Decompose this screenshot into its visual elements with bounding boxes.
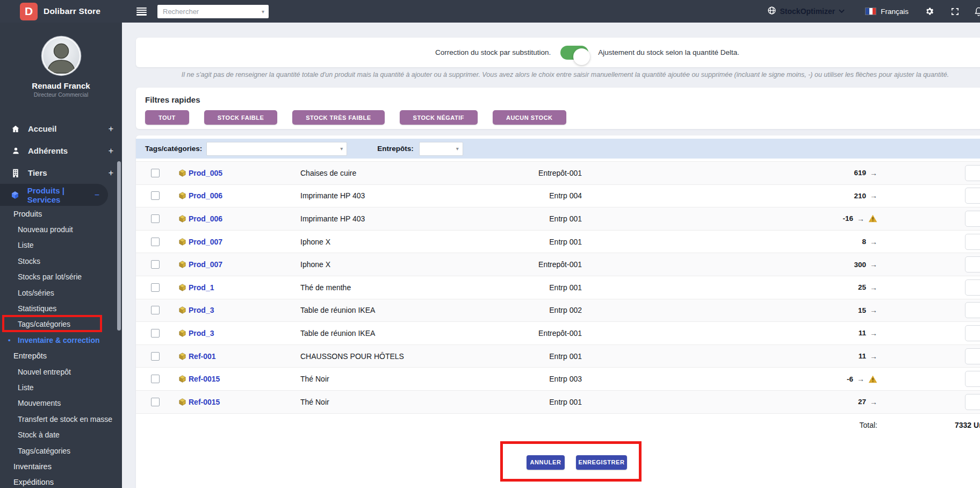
sidebar-item-transfert-de-stock-en-masse[interactable]: Transfert de stock en masse [0, 411, 122, 427]
expand-icon[interactable]: + [109, 168, 113, 178]
sidebar-item-statistiques[interactable]: Statistiques [0, 300, 122, 316]
notifications-button[interactable] [974, 6, 980, 17]
row-checkbox[interactable] [151, 375, 160, 383]
cancel-button[interactable]: ANNULER [527, 455, 565, 470]
sidebar-item-liste[interactable]: Liste [0, 238, 122, 253]
quick-filter-stock-tr-s-faible-button[interactable]: STOCK TRÈS FAIBLE [292, 110, 384, 125]
total-row: Total: 7332 Uni [136, 413, 980, 437]
product-ref-link[interactable]: Ref-0015 [189, 375, 220, 383]
product-ref-link[interactable]: Prod_3 [189, 329, 214, 338]
fullscreen-button[interactable] [950, 7, 960, 16]
qty-input[interactable] [965, 279, 980, 296]
row-checkbox[interactable] [151, 352, 160, 361]
qty-input[interactable] [965, 165, 980, 181]
qty-input[interactable] [965, 256, 980, 272]
sidebar-item-exp-ditions[interactable]: Expéditions [0, 475, 122, 488]
sidebar-item-tiers[interactable]: Tiers+ [0, 162, 122, 184]
sidebar-item-nouvel-entrep-t[interactable]: Nouvel entrepôt [0, 364, 122, 379]
product-ref-link[interactable]: Prod_1 [189, 283, 214, 292]
sidebar-item-accueil[interactable]: Accueil+ [0, 118, 122, 140]
qty-input[interactable] [965, 234, 980, 250]
product-ref-link[interactable]: Ref-0015 [189, 398, 220, 406]
hamburger-menu-icon[interactable] [136, 8, 147, 16]
stock-table-card: Tags/catégories: ▾ Entrepôts: ▾ Prod_005… [136, 135, 980, 488]
row-checkbox[interactable] [151, 398, 160, 406]
quick-filter-stock-faible-button[interactable]: STOCK FAIBLE [204, 110, 277, 125]
sidebar-item-entrep-ts[interactable]: Entrepôts [0, 348, 122, 364]
sidebar-item-lots-s-ries[interactable]: Lots/séries [0, 285, 122, 300]
qty-cell: 210→ [770, 191, 877, 200]
sidebar-item-nouveau-produit[interactable]: Nouveau produit [0, 221, 122, 237]
stock-qty: -16 [842, 214, 853, 223]
product-ref-link[interactable]: Prod_007 [189, 260, 222, 269]
row-checkbox[interactable] [151, 238, 160, 246]
tags-filter-label: Tags/catégories: [145, 145, 202, 153]
toggle-knob[interactable] [573, 48, 590, 65]
row-checkbox[interactable] [151, 191, 160, 200]
sidebar-scrollbar[interactable] [117, 161, 121, 331]
sidebar-item-adh-rents[interactable]: Adhérents+ [0, 140, 122, 162]
expand-icon[interactable]: + [109, 146, 113, 156]
sidebar-item-stocks[interactable]: Stocks [0, 253, 122, 269]
product-ref-link[interactable]: Ref-001 [189, 352, 216, 361]
arrow-right-icon: → [870, 329, 877, 338]
product-description: Chaises de cuire [300, 169, 356, 177]
company-switcher[interactable]: StockOptimizer [767, 6, 845, 17]
product-ref-link[interactable]: Prod_007 [189, 238, 222, 246]
collapse-icon[interactable]: − [95, 190, 99, 200]
sidebar-item-label: Expéditions [13, 478, 54, 486]
product-cube-icon [178, 306, 186, 314]
save-button[interactable]: ENREGISTRER [576, 455, 627, 470]
avatar[interactable] [41, 35, 82, 76]
qty-input[interactable] [965, 188, 980, 204]
product-ref-link[interactable]: Prod_006 [189, 191, 222, 200]
qty-input[interactable] [965, 211, 980, 227]
expand-icon[interactable]: + [109, 124, 113, 134]
settings-button[interactable] [925, 6, 934, 16]
stock-qty: 25 [858, 283, 866, 291]
product-ref-link[interactable]: Prod_005 [189, 169, 222, 177]
row-checkbox[interactable] [151, 169, 160, 177]
sidebar-item-label: Lots/séries [18, 289, 54, 297]
language-selector[interactable]: Français [865, 8, 909, 16]
qty-input[interactable] [965, 325, 980, 341]
row-checkbox[interactable] [151, 329, 160, 338]
warehouse-filter-select[interactable]: ▾ [419, 142, 463, 156]
product-cube-icon [178, 352, 186, 360]
stock-mode-toggle[interactable] [560, 46, 588, 60]
product-ref-link[interactable]: Prod_3 [189, 306, 214, 314]
dolibarr-logo-icon: D [20, 3, 38, 20]
row-checkbox[interactable] [151, 283, 160, 292]
row-checkbox[interactable] [151, 306, 160, 314]
table-row: Prod_006Imprimante HP 403Entrp 004210→ [136, 184, 980, 207]
product-ref-link[interactable]: Prod_006 [189, 214, 222, 223]
sidebar-item-tags-cat-gories[interactable]: Tags/catégories [0, 443, 122, 458]
sidebar-item-produits-services[interactable]: Produits | Services− [0, 184, 108, 206]
quick-filter-tout-button[interactable]: TOUT [145, 110, 189, 125]
qty-input[interactable] [965, 394, 980, 410]
row-checkbox[interactable] [151, 260, 160, 269]
sidebar-item-stocks-par-lot-s-rie[interactable]: Stocks par lot/série [0, 269, 122, 285]
sidebar-item-produits[interactable]: Produits [0, 206, 122, 221]
stock-qty: 11 [859, 329, 866, 337]
help-note: Il ne s'agit pas de renseigner la quanti… [136, 71, 980, 78]
global-search-input[interactable]: Rechercher ▾ [157, 5, 269, 18]
qty-input[interactable] [965, 348, 980, 364]
row-checkbox[interactable] [151, 214, 160, 223]
qty-input[interactable] [965, 302, 980, 318]
quick-filter-aucun-stock-button[interactable]: AUCUN STOCK [493, 110, 566, 125]
sidebar-item-inventaire-correction[interactable]: •Inventaire & correction [0, 332, 122, 348]
sidebar-item-mouvements[interactable]: Mouvements [0, 396, 122, 411]
quick-filter-buttons: TOUTSTOCK FAIBLESTOCK TRÈS FAIBLESTOCK N… [145, 110, 980, 125]
sidebar-item-stock-date[interactable]: Stock à date [0, 427, 122, 442]
sidebar-item-tags-cat-gories[interactable]: Tags/catégories [0, 317, 122, 332]
qty-cell: 619→ [770, 169, 877, 177]
sidebar-item-inventaires[interactable]: Inventaires [0, 458, 122, 474]
user-panel: Renaud Franck Directeur Commercial [0, 35, 122, 114]
arrow-right-icon: → [870, 352, 877, 361]
quick-filter-stock-n-gatif-button[interactable]: STOCK NÉGATIF [400, 110, 478, 125]
qty-input[interactable] [965, 371, 980, 387]
tags-filter-select[interactable]: ▾ [206, 142, 347, 156]
sidebar-item-liste[interactable]: Liste [0, 379, 122, 395]
sidebar-item-label: Transfert de stock en masse [18, 415, 112, 424]
